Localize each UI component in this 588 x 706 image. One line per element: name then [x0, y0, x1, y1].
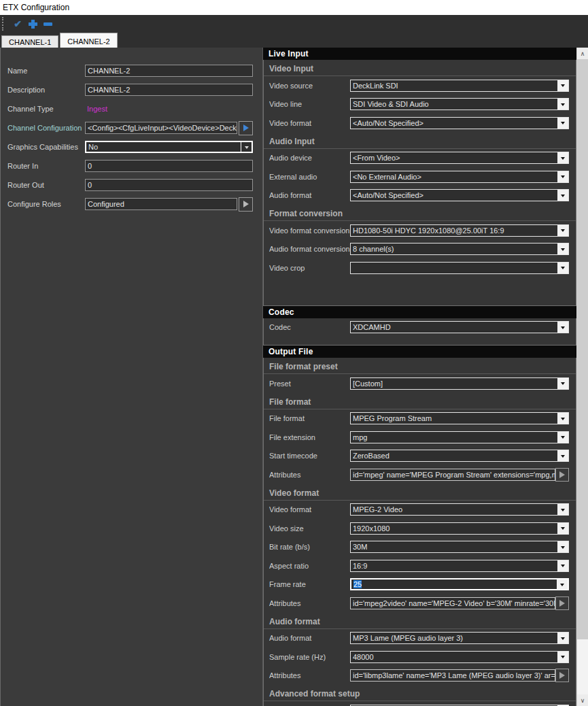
dropdown-button[interactable] — [557, 99, 568, 110]
dropdown-button[interactable] — [557, 152, 568, 163]
dropdown-button[interactable] — [557, 504, 568, 515]
dropdown-button[interactable] — [557, 633, 568, 643]
dropdown-start-timecode[interactable]: ZeroBased — [350, 450, 569, 462]
dropdown-arrow-icon — [561, 455, 565, 460]
router-out-input[interactable]: 0 — [85, 179, 253, 191]
field-control: 16:9 — [350, 560, 569, 572]
group-body: File format presetPreset[Custom]File for… — [263, 358, 576, 706]
dropdown-value: DeckLink SDI — [353, 82, 398, 90]
open-editor-button[interactable] — [555, 468, 569, 482]
configure-roles-input[interactable]: Configured — [85, 198, 237, 210]
dropdown-audio-format[interactable]: MP3 Lame (MPEG audio layer 3) — [350, 632, 569, 644]
dropdown-button[interactable] — [557, 450, 568, 461]
attributes-input[interactable]: id='mpeg2video' name='MPEG-2 Video' b='3… — [350, 597, 555, 609]
description-input[interactable]: CHANNEL-2 — [85, 84, 253, 96]
scroll-down-button[interactable]: ∨ — [577, 694, 588, 706]
dropdown-video-format-conversion[interactable]: HD1080-50i HDYC 1920x1080@25.00iT 16:9 — [350, 224, 569, 237]
attributes-input[interactable]: id='libmp3lame' name='MP3 Lame (MPEG aud… — [350, 669, 555, 682]
dropdown-graphics-capabilities[interactable]: No — [85, 141, 253, 153]
field-label: Start timecode — [269, 452, 350, 460]
open-editor-button[interactable] — [239, 121, 253, 135]
field-label: Channel Configuration — [7, 124, 85, 132]
dropdown-external-audio[interactable]: <No External Audio> — [350, 171, 569, 183]
field-row-video-format-conversion: Video format conversionHD1080-50i HDYC 1… — [264, 221, 576, 240]
dropdown-video-format[interactable]: MPEG-2 Video — [350, 503, 569, 516]
dropdown-aspect-ratio[interactable]: 16:9 — [350, 560, 569, 572]
dropdown-button[interactable] — [557, 225, 568, 236]
field-row-aspect-ratio: Aspect ratio16:9 — [264, 556, 576, 575]
chevron-up-icon: ∧ — [581, 50, 585, 57]
scrollbar-thumb[interactable] — [577, 59, 588, 639]
dropdown-file-format[interactable]: MPEG Program Stream — [350, 412, 569, 424]
field-control: No — [85, 141, 253, 153]
dropdown-frame-rate[interactable]: 25 — [350, 578, 569, 590]
grip-icon[interactable] — [2, 17, 5, 31]
apply-button[interactable]: ✔ — [10, 16, 25, 31]
dropdown-button[interactable] — [557, 322, 568, 333]
dropdown-video-size[interactable]: 1920x1080 — [350, 522, 569, 535]
dropdown-button[interactable] — [557, 560, 568, 571]
name-input[interactable]: CHANNEL-2 — [85, 65, 253, 77]
dropdown-button[interactable] — [557, 579, 568, 589]
field-row-audio-format-conversion: Audio format conversion8 channel(s) — [264, 240, 576, 259]
dropdown-preset[interactable]: [Custom] — [350, 377, 569, 390]
open-editor-button[interactable] — [239, 197, 253, 212]
dropdown-button[interactable] — [557, 378, 568, 389]
dropdown-button[interactable] — [557, 413, 568, 424]
field-control: CHANNEL-2 — [85, 84, 253, 96]
dropdown-button[interactable] — [557, 263, 568, 273]
dropdown-button[interactable] — [241, 142, 252, 152]
remove-icon — [44, 22, 52, 26]
scroll-up-button[interactable]: ∧ — [577, 48, 588, 59]
field-control: id='mpeg2video' name='MPEG-2 Video' b='3… — [350, 596, 569, 610]
field-control: <Auto/Not Specified> — [350, 117, 569, 129]
dropdown-bit-rate-b-s[interactable]: 30M — [350, 541, 569, 553]
add-channel-button[interactable] — [25, 16, 40, 31]
tab-channel-1[interactable]: CHANNEL-1 — [1, 35, 58, 48]
remove-channel-button[interactable] — [40, 16, 55, 31]
field-control: MP3 Lame (MPEG audio layer 3) — [350, 632, 569, 644]
open-editor-button[interactable] — [555, 596, 569, 610]
dropdown-button[interactable] — [557, 541, 568, 552]
dropdown-video-source[interactable]: DeckLink SDI — [350, 80, 569, 92]
dropdown-video-crop[interactable] — [350, 262, 569, 274]
dropdown-sample-rate-hz[interactable]: 48000 — [350, 651, 569, 663]
dropdown-arrow-icon — [561, 195, 565, 199]
dropdown-audio-format-conversion[interactable]: 8 channel(s) — [350, 243, 569, 255]
field-row-video-source: Video sourceDeckLink SDI — [264, 76, 576, 95]
channel-configuration-input[interactable]: <Config><CfgLiveInput><VideoDevice>DeckL… — [85, 122, 237, 134]
dropdown-button[interactable] — [557, 118, 568, 129]
tab-channel-2[interactable]: CHANNEL-2 — [60, 33, 117, 48]
dropdown-audio-format[interactable]: <Auto/Not Specified> — [350, 189, 569, 201]
field-control: [Custom] — [350, 377, 569, 390]
dropdown-audio-device[interactable]: <From Video> — [350, 152, 569, 164]
dropdown-value: <Auto/Not Specified> — [353, 119, 423, 127]
attributes-input[interactable]: id='mpeg' name='MPEG Program Stream' ext… — [350, 469, 555, 481]
open-editor-button[interactable] — [555, 669, 569, 682]
field-control: XDCAMHD — [350, 321, 569, 333]
dropdown-arrow-icon — [561, 436, 565, 441]
dropdown-value: No — [88, 143, 98, 151]
field-row-description: DescriptionCHANNEL-2 — [7, 80, 253, 99]
field-label: Video format conversion — [269, 226, 350, 235]
dropdown-value: <No External Audio> — [353, 173, 421, 181]
dropdown-button[interactable] — [557, 432, 568, 443]
dropdown-button[interactable] — [557, 523, 568, 534]
dropdown-codec[interactable]: XDCAMHD — [350, 321, 569, 333]
dropdown-button[interactable] — [557, 190, 568, 201]
field-control: SDI Video & SDI Audio — [350, 98, 569, 110]
field-label: Video crop — [269, 264, 350, 272]
dropdown-button[interactable] — [557, 652, 568, 662]
field-row-configure-roles: Configure RolesConfigured — [7, 195, 253, 214]
router-in-input[interactable]: 0 — [85, 160, 253, 172]
field-row-file-format: File formatMPEG Program Stream — [264, 409, 576, 428]
field-label: Router In — [7, 162, 85, 170]
dropdown-video-format[interactable]: <Auto/Not Specified> — [350, 117, 569, 129]
dropdown-button[interactable] — [557, 171, 568, 182]
dropdown-arrow-icon — [560, 584, 564, 588]
dropdown-file-extension[interactable]: mpg — [350, 431, 569, 443]
dropdown-button[interactable] — [557, 80, 568, 91]
dropdown-video-line[interactable]: SDI Video & SDI Audio — [350, 98, 569, 110]
dropdown-button[interactable] — [557, 243, 568, 254]
vertical-scrollbar[interactable]: ∧ ∨ — [576, 48, 588, 706]
